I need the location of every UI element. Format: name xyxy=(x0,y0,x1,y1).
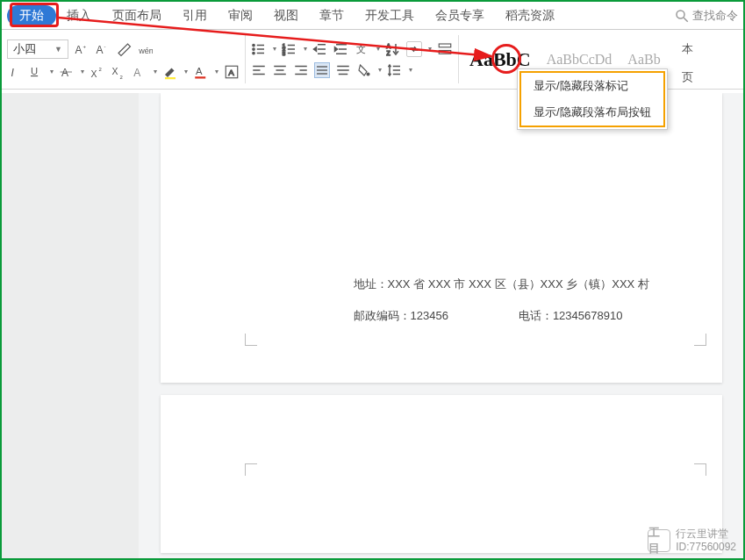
align-left-icon[interactable] xyxy=(251,62,267,78)
phone-label: 电话： xyxy=(519,309,553,322)
shading-icon[interactable] xyxy=(356,62,372,78)
style-normal-preview-2[interactable]: AaBb xyxy=(622,52,665,68)
style-heading-preview[interactable]: AaBbC xyxy=(464,48,536,71)
svg-text:+: + xyxy=(83,43,87,48)
superscript-icon[interactable]: X2 xyxy=(90,64,105,80)
svg-point-61 xyxy=(367,73,369,75)
watermark-id-value: 77560092 xyxy=(690,541,736,553)
subscript-icon[interactable]: X2 xyxy=(111,64,126,80)
decrease-font-icon[interactable]: A- xyxy=(95,41,111,57)
postal-value: 123456 xyxy=(411,309,448,322)
menu-toggle-paragraph-layout-button[interactable]: 显示/隐藏段落布局按钮 xyxy=(521,99,663,126)
svg-text:A: A xyxy=(196,66,203,76)
increase-font-icon[interactable]: A+ xyxy=(74,41,90,57)
document-page-1[interactable]: 地址：XXX 省 XXX 市 XXX 区（县）XXX 乡（镇）XXX 村 邮政编… xyxy=(161,93,722,383)
tab-settings-icon[interactable] xyxy=(437,41,453,57)
tab-start[interactable]: 开始 xyxy=(7,5,56,26)
strikethrough-icon[interactable]: A xyxy=(59,64,75,80)
asian-layout-icon[interactable]: 文 xyxy=(355,41,370,57)
svg-text:Z: Z xyxy=(387,49,390,55)
document-page-2[interactable] xyxy=(161,395,722,553)
clear-format-icon[interactable] xyxy=(116,41,132,57)
page-corner-marker xyxy=(245,463,257,476)
align-justify-icon[interactable] xyxy=(314,62,330,78)
watermark-title: 行云里讲堂 xyxy=(676,528,736,540)
svg-text:-: - xyxy=(104,43,106,48)
document-area: 地址：XXX 省 XXX 市 XXX 区（县）XXX 乡（镇）XXX 村 邮政编… xyxy=(2,93,743,558)
svg-text:X: X xyxy=(91,68,97,79)
svg-text:2: 2 xyxy=(120,74,124,79)
font-size-value: 小四 xyxy=(13,41,36,57)
number-list-icon[interactable]: 123 xyxy=(282,41,297,57)
underline-icon[interactable]: U xyxy=(28,64,44,80)
svg-rect-19 xyxy=(195,76,205,78)
font-color-icon[interactable]: A xyxy=(193,64,209,80)
left-gutter xyxy=(2,93,139,558)
svg-point-26 xyxy=(253,52,254,54)
pilcrow-toggle-button[interactable] xyxy=(406,41,422,57)
svg-text:2: 2 xyxy=(99,66,103,71)
italic-icon[interactable]: I xyxy=(7,64,23,80)
tab-insert[interactable]: 插入 xyxy=(56,4,102,27)
svg-text:A: A xyxy=(387,43,391,49)
search-command[interactable]: 查找命令 xyxy=(674,8,738,24)
svg-text:文: 文 xyxy=(356,43,366,54)
tab-daoke[interactable]: 稻壳资源 xyxy=(495,4,565,27)
tab-review[interactable]: 审阅 xyxy=(218,4,263,27)
svg-text:X: X xyxy=(112,66,118,76)
svg-text:A: A xyxy=(133,66,140,78)
align-distributed-icon[interactable] xyxy=(335,62,351,78)
page-corner-marker xyxy=(694,334,706,346)
page-tools-label[interactable]: 页 xyxy=(677,69,698,85)
text-effect-icon[interactable]: A xyxy=(132,64,147,80)
svg-text:3: 3 xyxy=(283,50,286,55)
svg-rect-45 xyxy=(439,50,451,54)
tab-section[interactable]: 章节 xyxy=(309,4,355,27)
svg-point-24 xyxy=(253,47,254,49)
watermark: 工目 行云里讲堂 ID:77560092 xyxy=(648,528,736,553)
chevron-down-icon: ▼ xyxy=(54,45,62,54)
tab-page-layout[interactable]: 页面布局 xyxy=(102,4,172,27)
increase-indent-icon[interactable] xyxy=(333,41,349,57)
pilcrow-dropdown-menu: 显示/隐藏段落标记 显示/隐藏段落布局按钮 xyxy=(517,68,668,130)
character-border-icon[interactable]: A xyxy=(224,64,240,80)
svg-rect-17 xyxy=(165,77,176,79)
svg-text:A: A xyxy=(75,43,82,55)
postal-label: 邮政编码： xyxy=(354,309,411,322)
sort-icon[interactable]: AZ xyxy=(385,41,401,57)
align-right-icon[interactable] xyxy=(293,62,309,78)
text-tools-label[interactable]: 本 xyxy=(677,41,698,57)
svg-text:wén: wén xyxy=(138,46,153,54)
svg-text:A: A xyxy=(97,43,104,55)
decrease-indent-icon[interactable] xyxy=(312,41,328,57)
watermark-logo-icon: 工目 xyxy=(648,529,670,552)
svg-point-22 xyxy=(253,44,254,46)
align-center-icon[interactable] xyxy=(272,62,288,78)
document-content: 地址：XXX 省 XXX 市 XXX 区（县）XXX 乡（镇）XXX 村 邮政编… xyxy=(354,269,687,333)
svg-text:I: I xyxy=(11,66,15,78)
line-spacing-icon[interactable] xyxy=(387,62,403,78)
phonetic-guide-icon[interactable]: wén xyxy=(137,41,153,57)
search-icon xyxy=(674,8,690,24)
svg-text:A: A xyxy=(228,67,234,76)
svg-text:U: U xyxy=(31,66,38,76)
tab-dev-tools[interactable]: 开发工具 xyxy=(355,4,425,27)
tab-member[interactable]: 会员专享 xyxy=(425,4,495,27)
font-size-select[interactable]: 小四 ▼ xyxy=(7,39,68,59)
menu-toggle-paragraph-marks[interactable]: 显示/隐藏段落标记 xyxy=(521,73,663,99)
highlight-icon[interactable] xyxy=(162,64,178,80)
svg-rect-44 xyxy=(439,44,451,47)
bullet-list-icon[interactable] xyxy=(251,41,267,57)
style-normal-preview[interactable]: AaBbCcDd xyxy=(541,52,618,68)
address-value: XXX 省 XXX 市 XXX 区（县）XXX 乡（镇）XXX 村 xyxy=(388,277,649,291)
search-placeholder: 查找命令 xyxy=(692,8,738,24)
page-corner-marker xyxy=(245,334,257,346)
svg-text:A: A xyxy=(61,66,68,78)
address-label: 地址： xyxy=(354,277,388,291)
tab-references[interactable]: 引用 xyxy=(172,4,218,27)
svg-line-2 xyxy=(684,18,688,22)
tab-view[interactable]: 视图 xyxy=(263,4,309,27)
page-corner-marker xyxy=(694,463,706,476)
ribbon-tabs: 开始 插入 页面布局 引用 审阅 视图 章节 开发工具 会员专享 稻壳资源 查找… xyxy=(2,2,743,30)
phone-value: 12345678910 xyxy=(553,309,623,322)
